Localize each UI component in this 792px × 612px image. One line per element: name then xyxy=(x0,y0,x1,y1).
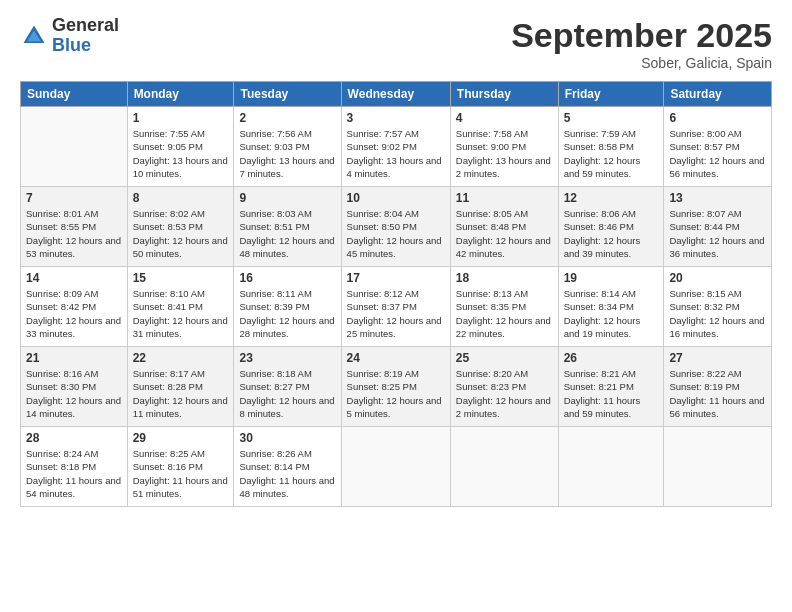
day-number: 23 xyxy=(239,351,335,365)
day-info: Sunrise: 8:22 AMSunset: 8:19 PMDaylight:… xyxy=(669,367,766,420)
table-row xyxy=(341,427,450,507)
table-row: 22Sunrise: 8:17 AMSunset: 8:28 PMDayligh… xyxy=(127,347,234,427)
day-info: Sunrise: 7:59 AMSunset: 8:58 PMDaylight:… xyxy=(564,127,659,180)
table-row: 29Sunrise: 8:25 AMSunset: 8:16 PMDayligh… xyxy=(127,427,234,507)
day-info: Sunrise: 8:05 AMSunset: 8:48 PMDaylight:… xyxy=(456,207,553,260)
table-row: 15Sunrise: 8:10 AMSunset: 8:41 PMDayligh… xyxy=(127,267,234,347)
day-info: Sunrise: 8:25 AMSunset: 8:16 PMDaylight:… xyxy=(133,447,229,500)
table-row: 20Sunrise: 8:15 AMSunset: 8:32 PMDayligh… xyxy=(664,267,772,347)
table-row: 19Sunrise: 8:14 AMSunset: 8:34 PMDayligh… xyxy=(558,267,664,347)
table-row: 4Sunrise: 7:58 AMSunset: 9:00 PMDaylight… xyxy=(450,107,558,187)
day-number: 6 xyxy=(669,111,766,125)
table-row: 30Sunrise: 8:26 AMSunset: 8:14 PMDayligh… xyxy=(234,427,341,507)
col-tuesday: Tuesday xyxy=(234,82,341,107)
col-saturday: Saturday xyxy=(664,82,772,107)
day-info: Sunrise: 8:24 AMSunset: 8:18 PMDaylight:… xyxy=(26,447,122,500)
day-number: 25 xyxy=(456,351,553,365)
day-info: Sunrise: 8:06 AMSunset: 8:46 PMDaylight:… xyxy=(564,207,659,260)
day-info: Sunrise: 8:15 AMSunset: 8:32 PMDaylight:… xyxy=(669,287,766,340)
calendar-week-row: 28Sunrise: 8:24 AMSunset: 8:18 PMDayligh… xyxy=(21,427,772,507)
day-number: 12 xyxy=(564,191,659,205)
day-number: 20 xyxy=(669,271,766,285)
day-number: 8 xyxy=(133,191,229,205)
table-row: 18Sunrise: 8:13 AMSunset: 8:35 PMDayligh… xyxy=(450,267,558,347)
table-row xyxy=(664,427,772,507)
col-wednesday: Wednesday xyxy=(341,82,450,107)
table-row: 2Sunrise: 7:56 AMSunset: 9:03 PMDaylight… xyxy=(234,107,341,187)
day-number: 14 xyxy=(26,271,122,285)
day-info: Sunrise: 7:55 AMSunset: 9:05 PMDaylight:… xyxy=(133,127,229,180)
calendar-week-row: 14Sunrise: 8:09 AMSunset: 8:42 PMDayligh… xyxy=(21,267,772,347)
table-row xyxy=(450,427,558,507)
logo-blue-text: Blue xyxy=(52,36,119,56)
day-number: 9 xyxy=(239,191,335,205)
day-info: Sunrise: 7:58 AMSunset: 9:00 PMDaylight:… xyxy=(456,127,553,180)
page: General Blue September 2025 Sober, Galic… xyxy=(0,0,792,612)
logo-text: General Blue xyxy=(52,16,119,56)
day-number: 1 xyxy=(133,111,229,125)
calendar-header-row: Sunday Monday Tuesday Wednesday Thursday… xyxy=(21,82,772,107)
day-number: 18 xyxy=(456,271,553,285)
day-info: Sunrise: 8:07 AMSunset: 8:44 PMDaylight:… xyxy=(669,207,766,260)
table-row: 1Sunrise: 7:55 AMSunset: 9:05 PMDaylight… xyxy=(127,107,234,187)
header: General Blue September 2025 Sober, Galic… xyxy=(20,16,772,71)
table-row: 5Sunrise: 7:59 AMSunset: 8:58 PMDaylight… xyxy=(558,107,664,187)
col-sunday: Sunday xyxy=(21,82,128,107)
logo-icon xyxy=(20,22,48,50)
day-info: Sunrise: 8:16 AMSunset: 8:30 PMDaylight:… xyxy=(26,367,122,420)
col-thursday: Thursday xyxy=(450,82,558,107)
day-number: 10 xyxy=(347,191,445,205)
table-row: 10Sunrise: 8:04 AMSunset: 8:50 PMDayligh… xyxy=(341,187,450,267)
day-number: 13 xyxy=(669,191,766,205)
day-number: 22 xyxy=(133,351,229,365)
day-info: Sunrise: 8:26 AMSunset: 8:14 PMDaylight:… xyxy=(239,447,335,500)
day-info: Sunrise: 8:10 AMSunset: 8:41 PMDaylight:… xyxy=(133,287,229,340)
table-row: 24Sunrise: 8:19 AMSunset: 8:25 PMDayligh… xyxy=(341,347,450,427)
day-info: Sunrise: 7:57 AMSunset: 9:02 PMDaylight:… xyxy=(347,127,445,180)
day-number: 27 xyxy=(669,351,766,365)
table-row: 9Sunrise: 8:03 AMSunset: 8:51 PMDaylight… xyxy=(234,187,341,267)
day-number: 29 xyxy=(133,431,229,445)
day-number: 3 xyxy=(347,111,445,125)
day-number: 2 xyxy=(239,111,335,125)
location-subtitle: Sober, Galicia, Spain xyxy=(511,55,772,71)
logo-general-text: General xyxy=(52,16,119,36)
calendar-week-row: 1Sunrise: 7:55 AMSunset: 9:05 PMDaylight… xyxy=(21,107,772,187)
table-row: 27Sunrise: 8:22 AMSunset: 8:19 PMDayligh… xyxy=(664,347,772,427)
table-row: 21Sunrise: 8:16 AMSunset: 8:30 PMDayligh… xyxy=(21,347,128,427)
day-number: 19 xyxy=(564,271,659,285)
calendar-table: Sunday Monday Tuesday Wednesday Thursday… xyxy=(20,81,772,507)
day-number: 16 xyxy=(239,271,335,285)
table-row: 7Sunrise: 8:01 AMSunset: 8:55 PMDaylight… xyxy=(21,187,128,267)
table-row: 11Sunrise: 8:05 AMSunset: 8:48 PMDayligh… xyxy=(450,187,558,267)
table-row: 16Sunrise: 8:11 AMSunset: 8:39 PMDayligh… xyxy=(234,267,341,347)
table-row: 6Sunrise: 8:00 AMSunset: 8:57 PMDaylight… xyxy=(664,107,772,187)
day-number: 17 xyxy=(347,271,445,285)
day-info: Sunrise: 8:20 AMSunset: 8:23 PMDaylight:… xyxy=(456,367,553,420)
table-row: 13Sunrise: 8:07 AMSunset: 8:44 PMDayligh… xyxy=(664,187,772,267)
table-row: 12Sunrise: 8:06 AMSunset: 8:46 PMDayligh… xyxy=(558,187,664,267)
calendar-week-row: 21Sunrise: 8:16 AMSunset: 8:30 PMDayligh… xyxy=(21,347,772,427)
col-monday: Monday xyxy=(127,82,234,107)
month-title: September 2025 xyxy=(511,16,772,55)
logo: General Blue xyxy=(20,16,119,56)
day-number: 5 xyxy=(564,111,659,125)
day-info: Sunrise: 8:00 AMSunset: 8:57 PMDaylight:… xyxy=(669,127,766,180)
day-number: 28 xyxy=(26,431,122,445)
day-info: Sunrise: 8:03 AMSunset: 8:51 PMDaylight:… xyxy=(239,207,335,260)
day-number: 30 xyxy=(239,431,335,445)
day-info: Sunrise: 8:21 AMSunset: 8:21 PMDaylight:… xyxy=(564,367,659,420)
col-friday: Friday xyxy=(558,82,664,107)
table-row: 8Sunrise: 8:02 AMSunset: 8:53 PMDaylight… xyxy=(127,187,234,267)
table-row: 28Sunrise: 8:24 AMSunset: 8:18 PMDayligh… xyxy=(21,427,128,507)
day-info: Sunrise: 8:13 AMSunset: 8:35 PMDaylight:… xyxy=(456,287,553,340)
table-row: 23Sunrise: 8:18 AMSunset: 8:27 PMDayligh… xyxy=(234,347,341,427)
day-info: Sunrise: 8:17 AMSunset: 8:28 PMDaylight:… xyxy=(133,367,229,420)
day-info: Sunrise: 8:01 AMSunset: 8:55 PMDaylight:… xyxy=(26,207,122,260)
day-info: Sunrise: 8:11 AMSunset: 8:39 PMDaylight:… xyxy=(239,287,335,340)
table-row: 17Sunrise: 8:12 AMSunset: 8:37 PMDayligh… xyxy=(341,267,450,347)
day-number: 11 xyxy=(456,191,553,205)
day-info: Sunrise: 8:12 AMSunset: 8:37 PMDaylight:… xyxy=(347,287,445,340)
day-number: 24 xyxy=(347,351,445,365)
day-number: 7 xyxy=(26,191,122,205)
